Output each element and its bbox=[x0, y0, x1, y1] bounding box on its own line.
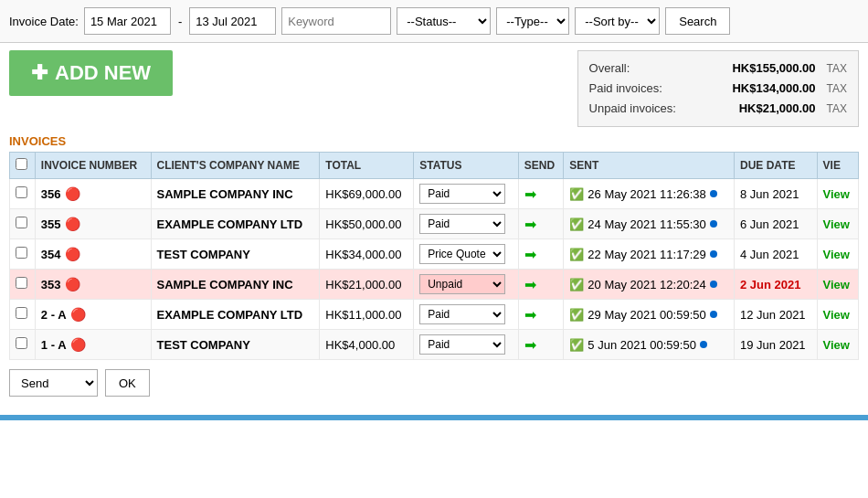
total-cell: HK$4,000.00 bbox=[320, 330, 414, 360]
invoice-number: 356 🔴 bbox=[41, 186, 145, 201]
view-link[interactable]: View bbox=[823, 338, 850, 352]
sent-cell: ✅ 26 May 2021 11:26:38 bbox=[564, 179, 735, 209]
sent-datetime: 24 May 2021 11:55:30 bbox=[587, 217, 705, 231]
company-name: EXAMPLE COMPANY LTD bbox=[157, 308, 303, 322]
col-send: SEND bbox=[518, 153, 564, 179]
add-new-button[interactable]: ✚ ADD NEW bbox=[9, 50, 173, 96]
send-icon[interactable]: ➡ bbox=[524, 186, 536, 202]
select-all-checkbox[interactable] bbox=[16, 158, 27, 170]
sent-cell: ✅ 5 Jun 2021 00:59:50 bbox=[564, 330, 735, 360]
invoice-number-text: 2 - A bbox=[41, 308, 67, 322]
overall-label: Overall: bbox=[589, 58, 690, 79]
view-cell: View bbox=[817, 179, 858, 209]
view-link[interactable]: View bbox=[823, 278, 850, 291]
total-value: HK$50,000.00 bbox=[325, 217, 401, 231]
send-icon[interactable]: ➡ bbox=[524, 247, 536, 262]
send-cell: ➡ bbox=[518, 239, 564, 270]
company-name: EXAMPLE COMPANY LTD bbox=[157, 217, 303, 231]
bottom-bar: Send Delete Mark Paid OK bbox=[9, 360, 859, 400]
pdf-icon[interactable]: 🔴 bbox=[65, 217, 80, 231]
invoice-number-text: 354 bbox=[41, 248, 61, 261]
pdf-icon[interactable]: 🔴 bbox=[65, 186, 80, 201]
company-name: TEST COMPANY bbox=[157, 338, 250, 352]
row-checkbox[interactable] bbox=[16, 307, 27, 319]
sent-info: ✅ 29 May 2021 00:59:50 bbox=[569, 308, 728, 322]
total-cell: HK$21,000.00 bbox=[320, 270, 414, 300]
total-cell: HK$34,000.00 bbox=[320, 239, 414, 270]
col-checkbox bbox=[10, 153, 36, 179]
ok-button[interactable]: OK bbox=[105, 369, 150, 397]
company-name-cell: SAMPLE COMPANY INC bbox=[151, 179, 320, 209]
due-date-cell: 8 Jun 2021 bbox=[735, 179, 818, 209]
invoices-table: INVOICE NUMBER CLIENT'S COMPANY NAME TOT… bbox=[9, 152, 859, 360]
sent-cell: ✅ 20 May 2021 12:20:24 bbox=[564, 270, 735, 300]
pdf-icon[interactable]: 🔴 bbox=[70, 337, 86, 352]
sort-select[interactable]: --Sort by-- Date Name Amount bbox=[575, 7, 660, 35]
unpaid-tax: TAX bbox=[827, 100, 847, 118]
view-link[interactable]: View bbox=[823, 308, 850, 322]
pdf-icon[interactable]: 🔴 bbox=[65, 247, 80, 261]
pdf-icon[interactable]: 🔴 bbox=[70, 307, 86, 322]
type-select[interactable]: --Type-- Invoice Quote bbox=[496, 7, 569, 35]
top-action-row: ✚ ADD NEW Overall: HK$155,000.00 TAX Pai… bbox=[9, 50, 859, 127]
bulk-action-select[interactable]: Send Delete Mark Paid bbox=[9, 369, 98, 397]
status-select[interactable]: PaidUnpaidPrice Quote bbox=[419, 214, 505, 234]
invoice-date-label: Invoice Date: bbox=[9, 15, 79, 28]
row-checkbox[interactable] bbox=[16, 277, 27, 289]
status-select[interactable]: PaidUnpaidPrice Quote bbox=[419, 184, 505, 204]
summary-box: Overall: HK$155,000.00 TAX Paid invoices… bbox=[577, 50, 859, 127]
company-name-cell: EXAMPLE COMPANY LTD bbox=[151, 209, 320, 239]
send-icon[interactable]: ➡ bbox=[524, 217, 536, 232]
row-checkbox[interactable] bbox=[16, 247, 27, 259]
row-checkbox[interactable] bbox=[16, 337, 27, 349]
due-date: 2 Jun 2021 bbox=[740, 278, 801, 291]
table-row: 356 🔴 SAMPLE COMPANY INCHK$69,000.00Paid… bbox=[10, 179, 859, 209]
date-to-input[interactable] bbox=[189, 7, 276, 35]
pdf-icon[interactable]: 🔴 bbox=[65, 277, 80, 291]
row-checkbox[interactable] bbox=[16, 186, 27, 198]
sent-datetime: 26 May 2021 11:26:38 bbox=[587, 187, 705, 201]
paid-tax: TAX bbox=[827, 79, 847, 98]
view-link[interactable]: View bbox=[823, 187, 850, 201]
invoice-number-cell: 356 🔴 bbox=[35, 179, 151, 209]
send-icon[interactable]: ➡ bbox=[524, 307, 536, 323]
invoice-number-text: 353 bbox=[41, 278, 61, 291]
col-sent: SENT bbox=[564, 153, 735, 179]
status-select[interactable]: PaidUnpaidPrice Quote bbox=[419, 274, 505, 294]
total-value: HK$34,000.00 bbox=[325, 248, 401, 261]
status-select[interactable]: PaidUnpaidPrice Quote bbox=[419, 334, 505, 355]
sent-cell: ✅ 29 May 2021 00:59:50 bbox=[564, 300, 735, 330]
sent-dot bbox=[710, 281, 717, 288]
plus-icon: ✚ bbox=[31, 61, 48, 85]
sent-info: ✅ 20 May 2021 12:20:24 bbox=[569, 278, 728, 291]
search-button[interactable]: Search bbox=[665, 7, 730, 35]
col-total: TOTAL bbox=[320, 153, 414, 179]
table-row: 2 - A 🔴 EXAMPLE COMPANY LTDHK$11,000.00P… bbox=[10, 300, 859, 330]
date-from-input[interactable] bbox=[84, 7, 171, 35]
view-link[interactable]: View bbox=[823, 248, 850, 261]
company-name: SAMPLE COMPANY INC bbox=[157, 278, 293, 291]
send-icon[interactable]: ➡ bbox=[524, 277, 536, 292]
unpaid-row: Unpaid invoices: HK$21,000.00 TAX bbox=[589, 99, 847, 119]
paid-value: HK$134,000.00 bbox=[697, 79, 816, 99]
date-separator: - bbox=[178, 15, 182, 28]
row-checkbox[interactable] bbox=[16, 217, 27, 228]
invoice-number: 1 - A 🔴 bbox=[41, 337, 145, 352]
sent-checkmark: ✅ bbox=[569, 338, 584, 352]
invoice-number-text: 1 - A bbox=[41, 338, 67, 352]
overall-row: Overall: HK$155,000.00 TAX bbox=[589, 58, 847, 79]
keyword-input[interactable] bbox=[281, 7, 391, 35]
status-select[interactable]: --Status-- Paid Unpaid Price Quote bbox=[397, 7, 491, 35]
sent-info: ✅ 24 May 2021 11:55:30 bbox=[569, 217, 728, 231]
total-value: HK$21,000.00 bbox=[325, 278, 401, 291]
status-select[interactable]: PaidUnpaidPrice Quote bbox=[419, 304, 505, 324]
status-select[interactable]: PaidUnpaidPrice Quote bbox=[419, 244, 505, 264]
due-date: 6 Jun 2021 bbox=[740, 217, 799, 231]
unpaid-value: HK$21,000.00 bbox=[697, 99, 816, 119]
due-date-cell: 19 Jun 2021 bbox=[735, 330, 818, 360]
company-name-cell: SAMPLE COMPANY INC bbox=[151, 270, 320, 300]
due-date: 12 Jun 2021 bbox=[740, 308, 806, 322]
section-title: INVOICES bbox=[9, 134, 859, 148]
view-link[interactable]: View bbox=[823, 217, 850, 231]
send-icon[interactable]: ➡ bbox=[524, 337, 536, 353]
